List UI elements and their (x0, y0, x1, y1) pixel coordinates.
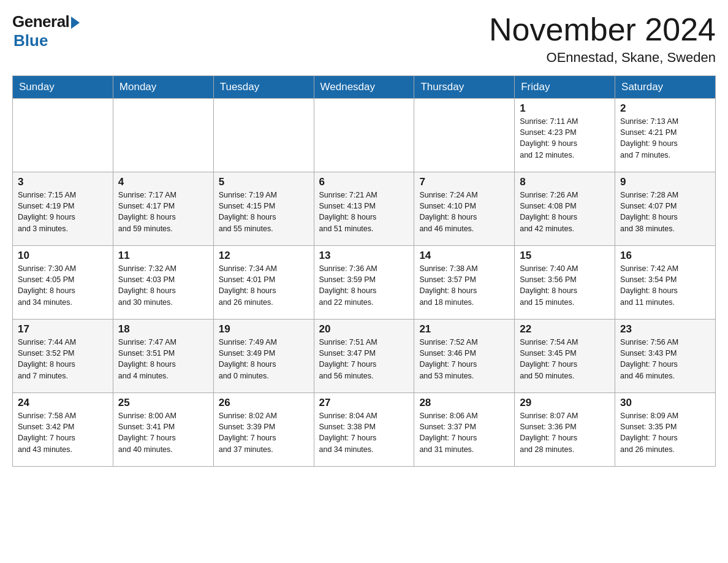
calendar-week-1: 1Sunrise: 7:11 AM Sunset: 4:23 PM Daylig… (13, 99, 716, 172)
day-info: Sunrise: 7:34 AM Sunset: 4:01 PM Dayligh… (219, 263, 309, 308)
calendar-table: SundayMondayTuesdayWednesdayThursdayFrid… (12, 75, 716, 467)
day-number: 1 (520, 102, 610, 115)
calendar-week-5: 24Sunrise: 7:58 AM Sunset: 3:42 PM Dayli… (13, 393, 716, 467)
logo-arrow-icon (71, 17, 80, 29)
calendar-cell: 14Sunrise: 7:38 AM Sunset: 3:57 PM Dayli… (414, 246, 515, 320)
day-number: 2 (620, 102, 710, 115)
calendar-cell: 8Sunrise: 7:26 AM Sunset: 4:08 PM Daylig… (515, 172, 615, 246)
calendar-cell: 4Sunrise: 7:17 AM Sunset: 4:17 PM Daylig… (113, 172, 213, 246)
calendar-cell: 29Sunrise: 8:07 AM Sunset: 3:36 PM Dayli… (515, 393, 615, 467)
day-info: Sunrise: 7:47 AM Sunset: 3:51 PM Dayligh… (118, 337, 208, 381)
day-info: Sunrise: 8:06 AM Sunset: 3:37 PM Dayligh… (419, 410, 509, 455)
day-info: Sunrise: 7:38 AM Sunset: 3:57 PM Dayligh… (419, 263, 509, 308)
day-number: 22 (520, 323, 610, 335)
calendar-cell: 27Sunrise: 8:04 AM Sunset: 3:38 PM Dayli… (314, 393, 414, 467)
day-number: 5 (219, 176, 309, 188)
day-info: Sunrise: 7:42 AM Sunset: 3:54 PM Dayligh… (620, 263, 710, 308)
day-info: Sunrise: 7:58 AM Sunset: 3:42 PM Dayligh… (18, 410, 108, 455)
day-info: Sunrise: 7:11 AM Sunset: 4:23 PM Dayligh… (520, 116, 610, 161)
calendar-cell: 13Sunrise: 7:36 AM Sunset: 3:59 PM Dayli… (314, 246, 414, 320)
day-info: Sunrise: 7:51 AM Sunset: 3:47 PM Dayligh… (319, 337, 409, 381)
logo: General Blue (12, 12, 80, 50)
day-number: 26 (219, 397, 309, 409)
calendar-cell: 28Sunrise: 8:06 AM Sunset: 3:37 PM Dayli… (414, 393, 515, 467)
day-number: 7 (419, 176, 509, 188)
calendar-cell: 1Sunrise: 7:11 AM Sunset: 4:23 PM Daylig… (515, 99, 615, 172)
day-number: 16 (620, 250, 710, 262)
calendar-cell: 5Sunrise: 7:19 AM Sunset: 4:15 PM Daylig… (213, 172, 314, 246)
day-info: Sunrise: 8:02 AM Sunset: 3:39 PM Dayligh… (219, 410, 309, 455)
day-number: 8 (520, 176, 610, 188)
calendar-cell: 25Sunrise: 8:00 AM Sunset: 3:41 PM Dayli… (113, 393, 213, 467)
location-text: OEnnestad, Skane, Sweden (489, 50, 716, 66)
day-info: Sunrise: 7:36 AM Sunset: 3:59 PM Dayligh… (319, 263, 409, 308)
day-info: Sunrise: 7:40 AM Sunset: 3:56 PM Dayligh… (520, 263, 610, 308)
day-info: Sunrise: 8:00 AM Sunset: 3:41 PM Dayligh… (118, 410, 208, 455)
title-area: November 2024 OEnnestad, Skane, Sweden (489, 12, 716, 66)
day-number: 4 (118, 176, 208, 188)
day-number: 20 (319, 323, 409, 335)
day-number: 10 (18, 250, 108, 262)
day-info: Sunrise: 7:13 AM Sunset: 4:21 PM Dayligh… (620, 116, 710, 161)
day-info: Sunrise: 7:44 AM Sunset: 3:52 PM Dayligh… (18, 337, 108, 381)
calendar-cell: 30Sunrise: 8:09 AM Sunset: 3:35 PM Dayli… (615, 393, 716, 467)
calendar-cell: 19Sunrise: 7:49 AM Sunset: 3:49 PM Dayli… (213, 320, 314, 393)
calendar-week-3: 10Sunrise: 7:30 AM Sunset: 4:05 PM Dayli… (13, 246, 716, 320)
day-number: 9 (620, 176, 710, 188)
day-number: 12 (219, 250, 309, 262)
day-info: Sunrise: 7:52 AM Sunset: 3:46 PM Dayligh… (419, 337, 509, 381)
calendar-cell: 15Sunrise: 7:40 AM Sunset: 3:56 PM Dayli… (515, 246, 615, 320)
day-info: Sunrise: 7:28 AM Sunset: 4:07 PM Dayligh… (620, 190, 710, 234)
day-info: Sunrise: 7:15 AM Sunset: 4:19 PM Dayligh… (18, 190, 108, 234)
day-number: 19 (219, 323, 309, 335)
logo-general-text: General (12, 12, 69, 31)
day-number: 15 (520, 250, 610, 262)
calendar-week-4: 17Sunrise: 7:44 AM Sunset: 3:52 PM Dayli… (13, 320, 716, 393)
day-info: Sunrise: 8:04 AM Sunset: 3:38 PM Dayligh… (319, 410, 409, 455)
day-number: 30 (620, 397, 710, 409)
day-header-saturday: Saturday (615, 76, 716, 99)
day-number: 11 (118, 250, 208, 262)
month-title: November 2024 (489, 12, 716, 47)
day-info: Sunrise: 7:54 AM Sunset: 3:45 PM Dayligh… (520, 337, 610, 381)
day-number: 23 (620, 323, 710, 335)
day-header-wednesday: Wednesday (314, 76, 414, 99)
day-info: Sunrise: 7:56 AM Sunset: 3:43 PM Dayligh… (620, 337, 710, 381)
day-number: 27 (319, 397, 409, 409)
logo-blue-text: Blue (13, 31, 48, 50)
day-number: 18 (118, 323, 208, 335)
day-info: Sunrise: 8:09 AM Sunset: 3:35 PM Dayligh… (620, 410, 710, 455)
day-info: Sunrise: 7:32 AM Sunset: 4:03 PM Dayligh… (118, 263, 208, 308)
calendar-cell (414, 99, 515, 172)
calendar-cell: 26Sunrise: 8:02 AM Sunset: 3:39 PM Dayli… (213, 393, 314, 467)
page-header: General Blue November 2024 OEnnestad, Sk… (12, 12, 716, 66)
calendar-cell: 10Sunrise: 7:30 AM Sunset: 4:05 PM Dayli… (13, 246, 113, 320)
calendar-header-row: SundayMondayTuesdayWednesdayThursdayFrid… (13, 76, 716, 99)
calendar-cell: 22Sunrise: 7:54 AM Sunset: 3:45 PM Dayli… (515, 320, 615, 393)
calendar-cell: 17Sunrise: 7:44 AM Sunset: 3:52 PM Dayli… (13, 320, 113, 393)
calendar-cell: 6Sunrise: 7:21 AM Sunset: 4:13 PM Daylig… (314, 172, 414, 246)
calendar-cell: 9Sunrise: 7:28 AM Sunset: 4:07 PM Daylig… (615, 172, 716, 246)
day-info: Sunrise: 7:19 AM Sunset: 4:15 PM Dayligh… (219, 190, 309, 234)
calendar-cell: 11Sunrise: 7:32 AM Sunset: 4:03 PM Dayli… (113, 246, 213, 320)
calendar-cell: 24Sunrise: 7:58 AM Sunset: 3:42 PM Dayli… (13, 393, 113, 467)
day-number: 21 (419, 323, 509, 335)
day-info: Sunrise: 7:21 AM Sunset: 4:13 PM Dayligh… (319, 190, 409, 234)
calendar-cell (113, 99, 213, 172)
day-info: Sunrise: 7:30 AM Sunset: 4:05 PM Dayligh… (18, 263, 108, 308)
calendar-cell: 2Sunrise: 7:13 AM Sunset: 4:21 PM Daylig… (615, 99, 716, 172)
calendar-cell: 12Sunrise: 7:34 AM Sunset: 4:01 PM Dayli… (213, 246, 314, 320)
day-number: 25 (118, 397, 208, 409)
day-number: 3 (18, 176, 108, 188)
day-header-tuesday: Tuesday (213, 76, 314, 99)
calendar-cell (314, 99, 414, 172)
day-number: 14 (419, 250, 509, 262)
day-header-monday: Monday (113, 76, 213, 99)
day-number: 24 (18, 397, 108, 409)
day-header-sunday: Sunday (13, 76, 113, 99)
day-info: Sunrise: 7:26 AM Sunset: 4:08 PM Dayligh… (520, 190, 610, 234)
day-info: Sunrise: 7:24 AM Sunset: 4:10 PM Dayligh… (419, 190, 509, 234)
day-header-thursday: Thursday (414, 76, 515, 99)
day-header-friday: Friday (515, 76, 615, 99)
calendar-week-2: 3Sunrise: 7:15 AM Sunset: 4:19 PM Daylig… (13, 172, 716, 246)
